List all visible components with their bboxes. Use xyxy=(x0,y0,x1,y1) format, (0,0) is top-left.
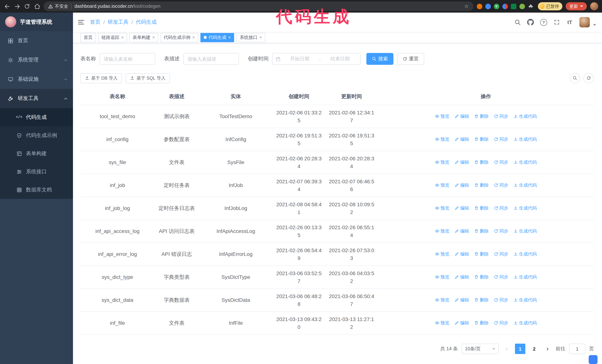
delete-link[interactable]: 删除 xyxy=(474,159,489,166)
caret-down-icon[interactable] xyxy=(593,24,596,26)
sync-link[interactable]: 同步 xyxy=(494,251,508,258)
edit-link[interactable]: 编辑 xyxy=(455,159,469,166)
delete-link[interactable]: 删除 xyxy=(474,228,489,235)
close-icon[interactable]: × xyxy=(259,35,262,40)
sidebar-item-form-builder[interactable]: 表单构建 xyxy=(0,145,73,163)
extension-icon[interactable] xyxy=(485,3,491,9)
edit-link[interactable]: 编辑 xyxy=(455,297,469,303)
sidebar-item-home[interactable]: 首页 xyxy=(0,31,73,50)
help-icon[interactable]: ? xyxy=(540,19,547,26)
page-button-1[interactable]: 1 xyxy=(515,344,525,354)
page-size-select[interactable]: 10条/页 xyxy=(462,344,499,354)
preview-link[interactable]: 预览 xyxy=(435,251,449,258)
extension-icon[interactable] xyxy=(477,3,482,9)
preview-link[interactable]: 预览 xyxy=(435,159,449,166)
sync-link[interactable]: 同步 xyxy=(494,159,508,166)
generate-code-link[interactable]: 生成代码 xyxy=(514,136,537,143)
generate-code-link[interactable]: 生成代码 xyxy=(514,274,537,281)
page-button-2[interactable]: 2 xyxy=(529,344,539,354)
breadcrumb-dev-tools[interactable]: 研发工具 xyxy=(108,19,129,26)
preview-link[interactable]: 预览 xyxy=(435,113,449,120)
font-size-icon[interactable]: tT xyxy=(566,19,573,26)
edit-link[interactable]: 编辑 xyxy=(455,205,469,212)
forward-icon[interactable] xyxy=(14,3,20,10)
edit-link[interactable]: 编辑 xyxy=(455,182,469,189)
goto-page-input[interactable] xyxy=(569,344,585,354)
date-range-input[interactable]: 开始日期 - 结束日期 xyxy=(272,53,360,65)
preview-link[interactable]: 预览 xyxy=(435,320,449,326)
address-bar[interactable]: 不安全 dashboard.yudao.iocoder.cn/tool/code… xyxy=(44,1,473,11)
tab-codegen-example[interactable]: 代码生成示例× xyxy=(161,33,198,42)
sync-link[interactable]: 同步 xyxy=(494,274,508,281)
tab-system-api[interactable]: 系统接口× xyxy=(236,33,265,42)
floating-widget[interactable] xyxy=(589,355,598,364)
table-desc-input[interactable] xyxy=(183,53,239,65)
delete-link[interactable]: 删除 xyxy=(474,251,489,258)
generate-code-link[interactable]: 生成代码 xyxy=(514,251,537,258)
github-icon[interactable] xyxy=(527,19,534,26)
refresh-table-icon[interactable] xyxy=(583,73,594,83)
search-toggle-icon[interactable] xyxy=(570,73,580,83)
close-icon[interactable]: × xyxy=(192,35,195,40)
home-icon[interactable] xyxy=(34,3,40,10)
sync-link[interactable]: 同步 xyxy=(494,320,508,326)
sync-link[interactable]: 同步 xyxy=(494,297,508,303)
search-icon[interactable] xyxy=(514,19,521,26)
import-db-button[interactable]: 基于 DB 导入 xyxy=(80,73,122,83)
edit-link[interactable]: 编辑 xyxy=(455,228,469,235)
extension-icon[interactable] xyxy=(519,3,525,9)
close-icon[interactable]: × xyxy=(152,35,155,40)
paused-badge[interactable]: 已暂停 xyxy=(538,2,562,10)
tab-codegen[interactable]: 代码生成× xyxy=(200,33,234,42)
generate-code-link[interactable]: 生成代码 xyxy=(514,182,537,189)
security-warning[interactable]: 不安全 xyxy=(48,3,68,10)
app-logo[interactable]: 芋道管理系统 xyxy=(0,13,73,31)
preview-link[interactable]: 预览 xyxy=(435,297,449,303)
back-icon[interactable] xyxy=(4,3,10,10)
puzzle-extensions-icon[interactable] xyxy=(528,3,534,10)
edit-link[interactable]: 编辑 xyxy=(455,274,469,281)
delete-link[interactable]: 删除 xyxy=(474,113,489,120)
preview-link[interactable]: 预览 xyxy=(435,205,449,212)
sync-link[interactable]: 同步 xyxy=(494,113,508,120)
bookmark-star-icon[interactable]: ☆ xyxy=(464,3,469,9)
delete-link[interactable]: 删除 xyxy=(474,136,489,143)
sidebar-item-db-doc[interactable]: 数据库文档 xyxy=(0,181,73,199)
update-button[interactable]: 更新 xyxy=(566,2,587,10)
generate-code-link[interactable]: 生成代码 xyxy=(514,159,537,166)
generate-code-link[interactable]: 生成代码 xyxy=(514,297,537,303)
extension-icon[interactable] xyxy=(502,3,508,9)
delete-link[interactable]: 删除 xyxy=(474,182,489,189)
sidebar-item-system-api[interactable]: 系统接口 xyxy=(0,163,73,181)
delete-link[interactable]: 删除 xyxy=(474,297,489,303)
preview-link[interactable]: 预览 xyxy=(435,228,449,235)
extension-icon[interactable] xyxy=(511,3,516,9)
table-name-input[interactable] xyxy=(100,53,155,65)
reset-button[interactable]: 重置 xyxy=(397,53,424,65)
preview-link[interactable]: 预览 xyxy=(435,182,449,189)
edit-link[interactable]: 编辑 xyxy=(455,320,469,326)
sync-link[interactable]: 同步 xyxy=(494,182,508,189)
prev-page-button[interactable]: ‹ xyxy=(502,344,511,354)
tab-form-builder[interactable]: 表单构建× xyxy=(129,33,158,42)
delete-link[interactable]: 删除 xyxy=(474,274,489,281)
fullscreen-icon[interactable] xyxy=(553,19,560,26)
generate-code-link[interactable]: 生成代码 xyxy=(514,205,537,212)
refresh-icon[interactable] xyxy=(24,3,30,10)
user-avatar[interactable] xyxy=(580,17,590,27)
hamburger-icon[interactable] xyxy=(77,19,85,26)
delete-link[interactable]: 删除 xyxy=(474,205,489,212)
close-icon[interactable]: × xyxy=(121,35,124,40)
tab-tracing[interactable]: 链路追踪× xyxy=(98,33,127,42)
generate-code-link[interactable]: 生成代码 xyxy=(514,320,537,326)
edit-link[interactable]: 编辑 xyxy=(455,113,469,120)
edit-link[interactable]: 编辑 xyxy=(455,136,469,143)
preview-link[interactable]: 预览 xyxy=(435,274,449,281)
sidebar-item-codegen-example[interactable]: 代码生成示例 xyxy=(0,126,73,145)
sidebar-item-codegen[interactable]: </> 代码生成 xyxy=(0,108,73,126)
search-button[interactable]: 搜索 xyxy=(366,53,393,65)
preview-link[interactable]: 预览 xyxy=(435,136,449,143)
extension-icon[interactable]: V xyxy=(494,3,499,9)
sidebar-item-system[interactable]: 系统管理 xyxy=(0,50,73,70)
import-sql-button[interactable]: 基于 SQL 导入 xyxy=(126,73,170,83)
